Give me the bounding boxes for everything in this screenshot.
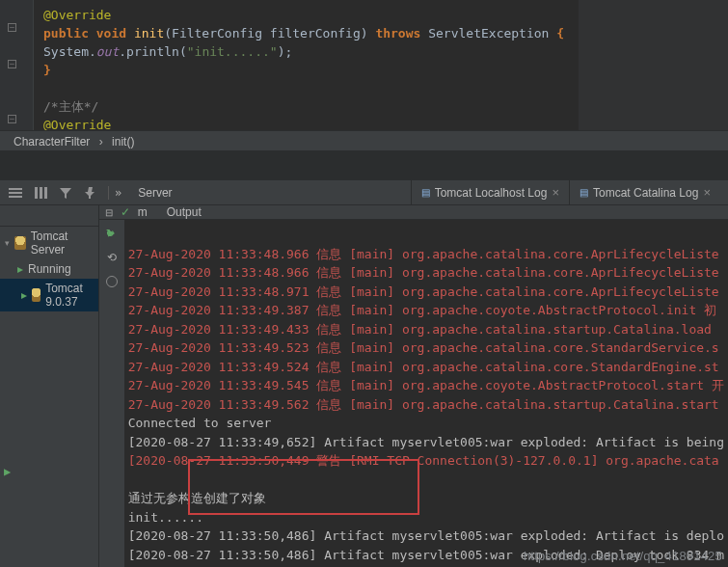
tree-instance[interactable]: ▸ Tomcat 9.0.37	[0, 279, 98, 311]
breadcrumb: CharacterFilter › init()	[0, 130, 728, 151]
tree-instance-label: Tomcat 9.0.37	[45, 282, 94, 309]
filter-icon[interactable]	[58, 185, 73, 201]
log-line: 通过无参构造创建了对象	[128, 491, 266, 505]
collapse-icon[interactable]: ⊟	[105, 207, 113, 218]
string-literal: "init......"	[187, 44, 278, 59]
tree-running-label: Running	[28, 262, 71, 276]
expand-icon[interactable]: »	[108, 186, 119, 200]
svg-rect-5	[44, 187, 47, 199]
code-text: );	[278, 44, 293, 59]
tab-catalina-log[interactable]: ▤ Tomcat Catalina Log ×	[569, 180, 720, 204]
log-line: 27-Aug-2020 11:33:48.966 信息 [main] org.a…	[128, 265, 719, 280]
tab-label: Tomcat Catalina Log	[593, 186, 698, 200]
close-icon[interactable]: ×	[703, 185, 711, 200]
punct: (	[164, 26, 172, 40]
chevron-down-icon[interactable]: ▾	[5, 238, 10, 248]
breadcrumb-method[interactable]: init()	[112, 135, 134, 148]
log-line: init......	[128, 510, 203, 525]
tree-root-label: Tomcat Server	[31, 230, 94, 256]
type-name: FilterConfig	[172, 26, 262, 40]
editor-gutter: − − −	[0, 0, 34, 130]
play-icon: ▸	[21, 288, 27, 302]
pin-icon[interactable]	[83, 185, 98, 201]
fold-icon[interactable]: −	[8, 60, 16, 68]
log-line: 27-Aug-2020 11:33:49.523 信息 [main] org.a…	[128, 340, 719, 355]
server-tab-label[interactable]: Server	[128, 186, 172, 200]
log-line: [2020-08-27 11:33:50,449 警告 [RMI TCP Con…	[128, 453, 719, 468]
annotation: @Override	[43, 8, 111, 22]
brace: {	[556, 26, 564, 40]
log-line: [2020-08-27 11:33:50,486] Artifact myser…	[128, 528, 724, 543]
log-line: 27-Aug-2020 11:33:48.971 信息 [main] org.a…	[128, 284, 719, 299]
output-label: Output	[167, 205, 202, 219]
log-line: 27-Aug-2020 11:33:49.562 信息 [main] org.a…	[128, 397, 719, 412]
fold-icon[interactable]: −	[8, 115, 16, 123]
tomcat-dot-icon: ▤	[421, 187, 430, 198]
method-name: init	[126, 26, 164, 40]
brace: }	[43, 63, 51, 77]
svg-rect-3	[35, 187, 38, 199]
type-name: ServletException	[420, 26, 556, 40]
svg-rect-2	[9, 196, 22, 198]
log-line: 27-Aug-2020 11:33:49.524 信息 [main] org.a…	[128, 360, 719, 374]
target-icon[interactable]	[106, 276, 118, 287]
code-text: .println(	[119, 44, 186, 59]
log-line: 27-Aug-2020 11:33:49.433 信息 [main] org.a…	[128, 322, 719, 337]
tab-label: Tomcat Localhost Log	[435, 186, 548, 200]
reload-icon[interactable]: ⟲	[107, 251, 117, 264]
tree-running[interactable]: ▸ Running	[0, 259, 98, 279]
editor-right-overlay	[579, 0, 728, 130]
server-tree[interactable]: ▾ Tomcat Server ▸ Running ▸ Tomcat 9.0.3…	[0, 205, 99, 567]
svg-rect-1	[9, 192, 22, 194]
threads-icon[interactable]	[33, 185, 48, 201]
console-output[interactable]: 27-Aug-2020 11:33:48.966 信息 [main] org.a…	[124, 220, 728, 567]
code-text: System.	[43, 44, 96, 59]
panel-splitter[interactable]	[0, 151, 728, 180]
static-field: out	[96, 44, 119, 59]
watermark-text: https://blog.csdn.net/qq_41891425	[524, 549, 722, 563]
layout-icon[interactable]	[8, 185, 23, 201]
run-panel: ▾ Tomcat Server ▸ Running ▸ Tomcat 9.0.3…	[0, 205, 728, 567]
log-line: Connected to server	[128, 416, 272, 430]
breadcrumb-class[interactable]: CharacterFilter	[13, 135, 90, 148]
close-icon[interactable]: ×	[552, 185, 559, 200]
tomcat-dot-icon: ▤	[580, 187, 588, 198]
svg-rect-4	[40, 187, 42, 199]
tree-root[interactable]: ▾ Tomcat Server	[0, 227, 98, 259]
play-icon: ▸	[17, 262, 23, 276]
log-line: [2020-08-27 11:33:49,652] Artifact myser…	[128, 435, 724, 449]
svg-rect-0	[9, 188, 22, 190]
output-header: ⊟ ✓ m Output	[99, 205, 728, 220]
run-toolbar: » Server ▤ Tomcat Localhost Log × ▤ Tomc…	[0, 180, 728, 205]
keyword: public void	[43, 26, 126, 40]
fold-icon[interactable]: −	[8, 23, 16, 32]
tab-localhost-log[interactable]: ▤ Tomcat Localhost Log ×	[411, 180, 569, 204]
code-editor[interactable]: − − − @Override public void init(FilterC…	[0, 0, 728, 130]
param-name: filterConfig)	[262, 26, 375, 40]
keyword: throws	[375, 26, 420, 40]
tomcat-icon	[32, 288, 40, 302]
log-line: 27-Aug-2020 11:33:48.966 信息 [main] org.a…	[128, 247, 719, 261]
check-icon: ✓	[121, 205, 130, 219]
log-line: 27-Aug-2020 11:33:49.387 信息 [main] org.a…	[128, 303, 716, 317]
run-icon[interactable]: ▶	[4, 465, 11, 478]
log-line: 27-Aug-2020 11:33:49.545 信息 [main] org.a…	[128, 378, 724, 392]
chevron-right-icon: ›	[99, 135, 103, 148]
restart-icon[interactable]: ▶	[108, 226, 115, 239]
comment: /*主体*/	[43, 99, 98, 114]
console-side-toolbar: ▶ ⟲	[99, 220, 124, 567]
tree-header	[0, 205, 98, 227]
marker-label: m	[138, 205, 148, 219]
annotation: @Override	[43, 118, 111, 130]
tomcat-icon	[14, 236, 26, 250]
